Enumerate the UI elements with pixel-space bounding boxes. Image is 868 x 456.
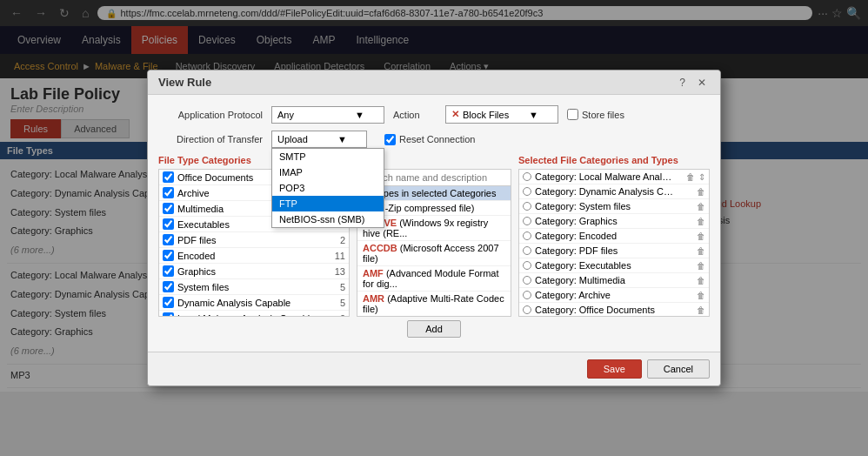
dropdown-smtp[interactable]: SMTP: [272, 149, 384, 164]
scroll-icon: ⇕: [698, 172, 705, 182]
radio-icon: [523, 187, 531, 196]
close-button[interactable]: ✕: [694, 77, 710, 89]
radio-icon: [523, 202, 531, 211]
file-type-label: PDF files: [163, 234, 217, 245]
type-item-accdb[interactable]: ACCDB (Microsoft Access 2007 file): [357, 241, 511, 266]
file-type-label: Dynamic Analysis Capable: [163, 297, 290, 308]
protocol-select[interactable]: Any ▼: [271, 106, 384, 124]
direction-dropdown-container: Upload ▼ SMTP IMAP POP3 FTP NetBIOS-ssn …: [271, 131, 367, 148]
trash-icon[interactable]: 🗑: [697, 276, 705, 285]
file-type-row: Local Malware Analysis Capable 0: [159, 311, 349, 317]
store-files-checkbox[interactable]: [567, 109, 578, 120]
trash-icon[interactable]: 🗑: [697, 231, 705, 241]
protocol-row: Application Protocol Any ▼ Action ✕ Bloc…: [158, 105, 710, 124]
system-files-checkbox[interactable]: [163, 281, 174, 292]
reset-connection-text: Reset Connection: [399, 134, 475, 144]
dropdown-arrow-icon: ▼: [355, 110, 364, 120]
selected-category: Category: System files: [535, 201, 631, 211]
file-type-row: System files 5: [159, 279, 349, 295]
graphics-count: 13: [335, 266, 345, 277]
trash-icon[interactable]: 🗑: [697, 261, 705, 271]
local-malware-label: Local Malware Analysis Capable: [177, 313, 315, 318]
dropdown-netbios[interactable]: NetBIOS-ssn (SMB): [272, 211, 384, 227]
radio-icon: [523, 217, 531, 225]
save-button[interactable]: Save: [587, 359, 642, 379]
file-type-row: PDF files 2: [159, 232, 349, 248]
modal-footer: Save Cancel: [148, 352, 720, 386]
selected-item: Category: Executables 🗑: [519, 258, 709, 273]
executables-checkbox[interactable]: [163, 218, 174, 230]
type-item-amf[interactable]: AMF (Advanced Module Format for dig...: [357, 266, 511, 292]
trash-icon[interactable]: 🗑: [697, 246, 705, 256]
dynamic-count: 5: [340, 298, 345, 308]
file-type-row: Dynamic Analysis Capable 5: [159, 295, 349, 311]
selected-item: Category: Archive 🗑: [519, 288, 709, 303]
reset-connection-checkbox[interactable]: [384, 134, 396, 145]
help-button[interactable]: ?: [676, 77, 689, 89]
dynamic-label: Dynamic Analysis Capable: [177, 298, 290, 308]
dropdown-pop3[interactable]: POP3: [272, 180, 384, 196]
dropdown-ftp[interactable]: FTP: [272, 196, 384, 211]
trash-icon[interactable]: 🗑: [697, 202, 705, 211]
encoded-count: 11: [335, 251, 345, 261]
direction-row: Direction of Transfer Upload ▼ SMTP IMAP…: [158, 131, 710, 148]
selected-category: Category: Multimedia: [535, 275, 625, 285]
local-malware-checkbox[interactable]: [163, 312, 174, 317]
trash-icon[interactable]: 🗑: [686, 172, 695, 182]
dropdown-imap[interactable]: IMAP: [272, 164, 384, 180]
file-type-label: System files: [163, 281, 229, 292]
file-type-label: Executables: [163, 218, 230, 230]
store-files-label: Store files: [567, 109, 624, 120]
store-files-text: Store files: [582, 110, 624, 120]
trash-icon[interactable]: 🗑: [697, 291, 705, 300]
encoded-checkbox[interactable]: [163, 250, 174, 261]
archive-checkbox[interactable]: [163, 187, 174, 198]
direction-arrow-icon: ▼: [337, 134, 347, 144]
action-select-wrapper: ✕ Block Files ▼: [445, 105, 558, 124]
trash-icon[interactable]: 🗑: [697, 187, 705, 197]
modal-overlay: View Rule ? ✕ Application Protocol Any ▼…: [0, 0, 868, 392]
radio-icon: [523, 246, 531, 255]
selected-item: Category: Local Malware Analysis Cap... …: [519, 170, 709, 184]
modal-title: View Rule: [158, 76, 211, 89]
pdf-label: PDF files: [177, 235, 217, 245]
selected-item: Category: Multimedia 🗑: [519, 273, 709, 288]
type-item-amr[interactable]: AMR (Adaptive Multi-Rate Codec file): [357, 292, 511, 316]
modal-view-rule: View Rule ? ✕ Application Protocol Any ▼…: [147, 70, 721, 386]
dynamic-checkbox[interactable]: [163, 297, 174, 308]
action-x-icon: ✕: [451, 109, 459, 120]
file-type-label: Multimedia: [163, 203, 224, 214]
add-button[interactable]: Add: [407, 320, 461, 338]
radio-icon: [523, 231, 531, 240]
direction-value: Upload: [277, 134, 308, 144]
file-type-label: Encoded: [163, 250, 215, 261]
selected-header: Selected File Categories and Types: [518, 155, 710, 165]
radio-icon: [523, 261, 531, 270]
modal-body: Application Protocol Any ▼ Action ✕ Bloc…: [148, 95, 720, 352]
selected-item: Category: PDF files 🗑: [519, 244, 709, 258]
selected-category: Category: Archive: [535, 290, 611, 300]
selected-category: Category: PDF files: [535, 245, 618, 256]
multimedia-label: Multimedia: [177, 204, 224, 214]
selected-item: Category: Graphics 🗑: [519, 214, 709, 229]
type-desc: (Adaptive Multi-Rate Codec file): [363, 293, 504, 314]
type-desc: (7-Zip compressed file): [377, 203, 474, 213]
modal-header: View Rule ? ✕: [148, 70, 720, 95]
graphics-checkbox[interactable]: [163, 265, 174, 277]
file-type-label: Archive: [163, 187, 210, 198]
pdf-checkbox[interactable]: [163, 234, 174, 245]
file-type-row: Encoded 11: [159, 248, 349, 264]
office-docs-label: Office Documents: [177, 172, 253, 183]
selected-list: Category: Local Malware Analysis Cap... …: [518, 169, 710, 317]
trash-icon[interactable]: 🗑: [697, 217, 705, 226]
selected-category: Category: Local Malware Analysis Cap...: [535, 171, 674, 182]
direction-select[interactable]: Upload ▼: [271, 131, 367, 148]
cancel-button[interactable]: Cancel: [647, 359, 710, 379]
action-value-display: Block Files: [463, 110, 509, 120]
action-select[interactable]: ✕ Block Files ▼: [445, 105, 558, 124]
multimedia-checkbox[interactable]: [163, 203, 174, 214]
trash-icon[interactable]: 🗑: [697, 305, 705, 315]
modal-header-actions: ? ✕: [676, 77, 710, 89]
office-docs-checkbox[interactable]: [163, 171, 174, 183]
selected-category: Category: Office Documents: [535, 305, 655, 315]
